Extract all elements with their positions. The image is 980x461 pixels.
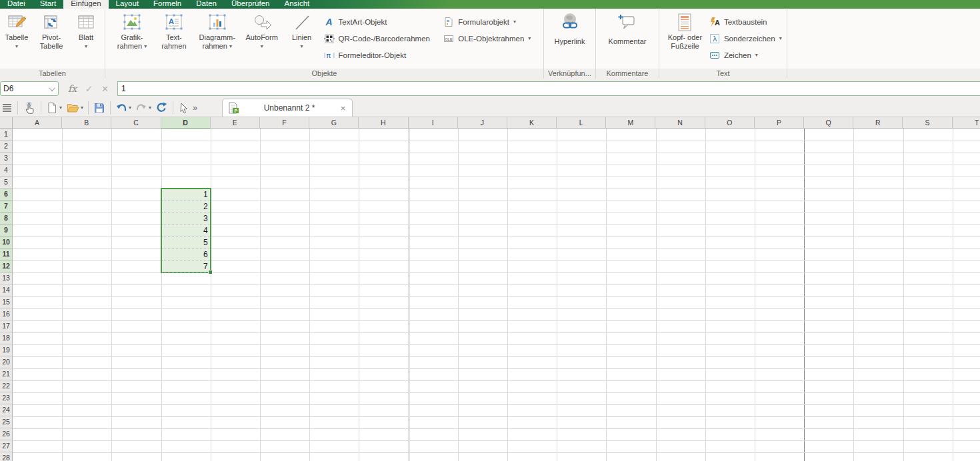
row-header-26[interactable]: 26 <box>0 428 12 440</box>
formularobjekt-item[interactable]: Formularobjekt ▾ <box>443 13 543 30</box>
row-header-4[interactable]: 4 <box>0 165 12 177</box>
column-header-D[interactable]: D <box>161 117 211 129</box>
close-icon[interactable]: × <box>339 103 347 113</box>
kommentar-button[interactable]: Kommentar <box>597 9 657 69</box>
column-header-O[interactable]: O <box>705 117 755 129</box>
column-header-Q[interactable]: Q <box>804 117 853 129</box>
row-header-20[interactable]: 20 <box>0 356 12 368</box>
select-all-corner[interactable] <box>0 117 13 129</box>
grafikrahmen-button[interactable]: Grafik- rahmen ▾ <box>111 9 153 69</box>
row-header-10[interactable]: 10 <box>0 236 12 248</box>
row-header-1[interactable]: 1 <box>0 129 12 141</box>
redo-button[interactable]: ▾ <box>133 100 153 116</box>
row-header-18[interactable]: 18 <box>0 332 12 344</box>
cell-D12[interactable]: 7 <box>162 261 210 273</box>
diagrammrahmen-button[interactable]: Diagramm- rahmen ▾ <box>195 9 240 69</box>
column-header-R[interactable]: R <box>853 117 903 129</box>
pivot-tabelle-button[interactable]: Pivot- Tabelle <box>33 9 69 69</box>
menu-tab-datei[interactable]: Datei <box>0 0 33 9</box>
dropdown-arrow-icon[interactable]: ▾ <box>59 105 62 111</box>
row-header-13[interactable]: 13 <box>0 272 12 284</box>
row-header-24[interactable]: 24 <box>0 404 12 416</box>
row-header-15[interactable]: 15 <box>0 296 12 308</box>
menu-tab-ueberpruefen[interactable]: Überprüfen <box>224 0 277 9</box>
textart-objekt-item[interactable]: A TextArt-Objekt <box>324 13 439 30</box>
row-header-14[interactable]: 14 <box>0 284 12 296</box>
column-header-B[interactable]: B <box>62 117 111 129</box>
insert-function-icon[interactable]: fx <box>68 83 77 94</box>
column-header-H[interactable]: H <box>359 117 408 129</box>
row-header-25[interactable]: 25 <box>0 416 12 428</box>
menu-tab-ansicht[interactable]: Ansicht <box>277 0 317 9</box>
menu-tab-formeln[interactable]: Formeln <box>146 0 189 9</box>
row-header-6[interactable]: 6 <box>0 189 12 201</box>
save-button[interactable] <box>91 100 107 116</box>
more-buttons-icon[interactable]: » <box>193 103 197 113</box>
row-header-5[interactable]: 5 <box>0 177 12 189</box>
menu-tab-einfuegen[interactable]: Einfügen <box>63 0 108 9</box>
linien-button[interactable]: Linien ▾ <box>284 9 320 69</box>
column-header-A[interactable]: A <box>13 117 62 129</box>
column-header-C[interactable]: C <box>111 117 161 129</box>
column-header-S[interactable]: S <box>903 117 952 129</box>
zeichen-item[interactable]: Zeichen ▾ <box>709 47 787 63</box>
dropdown-arrow-icon[interactable]: ▾ <box>149 105 151 111</box>
new-document-button[interactable]: ▾ <box>44 100 64 116</box>
row-header-2[interactable]: 2 <box>0 141 12 153</box>
row-header-27[interactable]: 27 <box>0 440 12 452</box>
confirm-check-icon[interactable]: ✓ <box>85 84 93 94</box>
formeleditor-objekt-item[interactable]: π Formeleditor-Objekt <box>324 47 439 63</box>
kopf-oder-fusszeile-button[interactable]: Kopf- oder Fußzeile <box>663 9 707 69</box>
menu-tab-start[interactable]: Start <box>33 0 63 9</box>
column-header-K[interactable]: K <box>507 117 557 129</box>
row-header-8[interactable]: 8 <box>0 213 12 225</box>
hyperlink-button[interactable]: Hyperlink <box>545 9 595 69</box>
row-header-3[interactable]: 3 <box>0 153 12 165</box>
dropdown-arrow-icon[interactable]: ▾ <box>129 105 131 111</box>
selection-range[interactable]: 1234567 <box>161 188 211 273</box>
column-header-M[interactable]: M <box>606 117 655 129</box>
undo-button[interactable]: ▾ <box>113 100 133 116</box>
cell-D9[interactable]: 4 <box>162 225 210 237</box>
row-header-17[interactable]: 17 <box>0 320 12 332</box>
document-tab[interactable]: P Unbenannt 2 * × <box>222 99 353 117</box>
ole-objektrahmen-item[interactable]: OLE OLE-Objektrahmen ▾ <box>443 30 543 47</box>
row-header-19[interactable]: 19 <box>0 344 12 356</box>
row-header-22[interactable]: 22 <box>0 380 12 392</box>
column-header-G[interactable]: G <box>309 117 359 129</box>
qr-code-barcoderahmen-item[interactable]: QR-Code-/Barcoderahmen <box>324 30 439 47</box>
cell-D7[interactable]: 2 <box>162 201 210 213</box>
cell-D8[interactable]: 3 <box>162 213 210 225</box>
row-header-28[interactable]: 28 <box>0 452 12 461</box>
grid-body[interactable]: 1234567 <box>13 129 980 461</box>
column-header-L[interactable]: L <box>557 117 606 129</box>
cell-D10[interactable]: 5 <box>162 237 210 249</box>
dropdown-arrow-icon[interactable]: ▾ <box>81 105 83 111</box>
row-header-23[interactable]: 23 <box>0 392 12 404</box>
fill-handle[interactable] <box>208 270 213 274</box>
column-header-E[interactable]: E <box>211 117 260 129</box>
tabelle-button[interactable]: Tabelle ▾ <box>0 9 33 69</box>
cell-reference-box[interactable]: D6 <box>0 81 59 96</box>
touch-mode-button[interactable] <box>21 100 38 116</box>
column-header-F[interactable]: F <box>260 117 309 129</box>
textrahmen-button[interactable]: A Text- rahmen <box>153 9 195 69</box>
row-header-21[interactable]: 21 <box>0 368 12 380</box>
column-header-I[interactable]: I <box>409 117 458 129</box>
row-header-11[interactable]: 11 <box>0 248 12 260</box>
sonderzeichen-item[interactable]: λ Sonderzeichen ▾ <box>709 30 787 47</box>
column-header-J[interactable]: J <box>458 117 507 129</box>
menu-tab-daten[interactable]: Daten <box>189 0 224 9</box>
row-header-7[interactable]: 7 <box>0 201 12 213</box>
column-header-N[interactable]: N <box>655 117 705 129</box>
cell-D6[interactable]: 1 <box>162 189 210 201</box>
menu-tab-layout[interactable]: Layout <box>109 0 147 9</box>
sidebar-toggle-button[interactable] <box>0 100 15 116</box>
cancel-x-icon[interactable]: ✕ <box>101 84 109 94</box>
formula-input[interactable]: 1 <box>117 81 980 96</box>
cell-D11[interactable]: 6 <box>162 249 210 261</box>
autoform-button[interactable]: AutoForm ▾ <box>240 9 284 69</box>
object-mode-button[interactable]: » <box>176 100 199 116</box>
column-header-P[interactable]: P <box>755 117 804 129</box>
row-header-12[interactable]: 12 <box>0 260 12 272</box>
